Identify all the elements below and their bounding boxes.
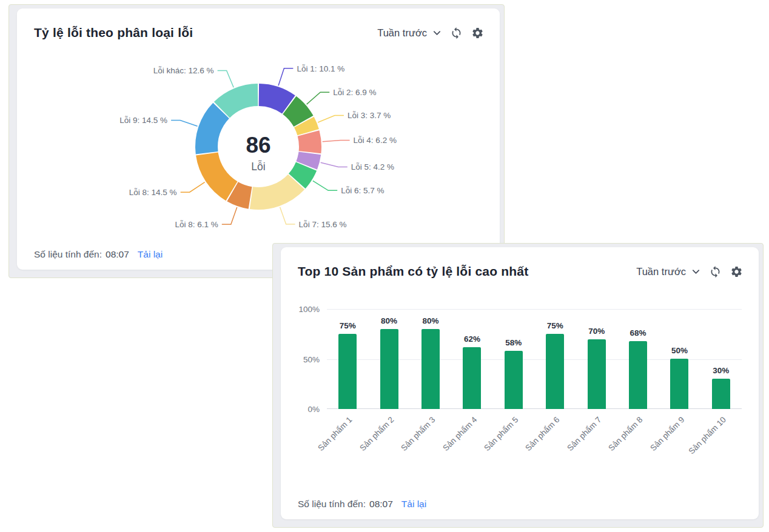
- refresh-button[interactable]: [450, 27, 463, 39]
- bar-column: 80%: [410, 309, 451, 409]
- bar-column: 68%: [617, 309, 659, 409]
- refresh-icon: [450, 27, 463, 39]
- segment-label: Lỗi 8: 6.1 %: [175, 220, 218, 229]
- bar-value-label: 30%: [713, 366, 729, 375]
- period-select[interactable]: Tuần trước: [377, 27, 442, 39]
- donut-segment[interactable]: [196, 152, 237, 201]
- x-axis-column: Sản phẩm 8: [617, 409, 659, 471]
- chevron-down-icon: [691, 267, 700, 276]
- x-axis-column: Sản phẩm 9: [659, 409, 700, 471]
- bar-column: 30%: [700, 309, 742, 409]
- card-title: Tỷ lệ lỗi theo phân loại lỗi: [34, 25, 193, 40]
- donut-card: Tỷ lệ lỗi theo phân loại lỗi Tuần trước: [17, 8, 500, 270]
- segment-label: Lỗi 6: 5.7 %: [341, 186, 384, 195]
- bar[interactable]: [505, 351, 523, 409]
- segment-label: Lỗi 9: 14.5 %: [119, 116, 167, 125]
- donut-card-header: Tỷ lệ lỗi theo phân loại lỗi Tuần trước: [17, 8, 500, 40]
- y-tick-100: 100%: [298, 305, 320, 314]
- bar[interactable]: [546, 334, 564, 409]
- donut-center-value: 86: [246, 133, 270, 158]
- bar-card-header: Top 10 Sản phẩm có tỷ lệ lỗi cao nhất Tu…: [281, 247, 759, 279]
- x-axis: Sản phẩm 1Sản phẩm 2Sản phẩm 3Sản phẩm 4…: [281, 409, 759, 471]
- card-controls: Tuần trước: [636, 265, 743, 278]
- x-axis-label: Sản phẩm 1: [317, 415, 354, 453]
- segment-label: Lỗi 5: 4.2 %: [351, 162, 394, 171]
- y-tick-50: 50%: [303, 354, 320, 364]
- bar-card: Top 10 Sản phẩm có tỷ lệ lỗi cao nhất Tu…: [281, 247, 759, 519]
- segment-leader-line: [181, 182, 205, 193]
- bar-value-label: 75%: [340, 321, 356, 330]
- footer-updated-time: 08:07: [369, 499, 393, 510]
- reload-link[interactable]: Tải lại: [138, 249, 163, 260]
- period-select[interactable]: Tuần trước: [636, 266, 700, 278]
- bar[interactable]: [670, 359, 688, 409]
- segment-label: Lỗi 7: 15.6 %: [299, 220, 347, 229]
- settings-button[interactable]: [730, 265, 743, 278]
- bar[interactable]: [421, 329, 440, 409]
- segment-leader-line: [307, 92, 330, 104]
- bar[interactable]: [463, 347, 481, 409]
- segment-label: Lỗi 1: 10.1 %: [297, 64, 344, 73]
- x-axis-column: Sản phẩm 1: [327, 409, 368, 471]
- x-axis-column: Sản phẩm 10: [700, 409, 742, 471]
- bar-chart: 100% 50% 0% 75%80%80%62%58%75%70%68%50%3…: [281, 309, 759, 409]
- bar-column: 50%: [659, 309, 700, 409]
- x-axis-column: Sản phẩm 5: [493, 409, 534, 471]
- x-axis-column: Sản phẩm 6: [534, 409, 576, 471]
- bar-column: 58%: [493, 309, 534, 409]
- segment-label: Lỗi 8: 14.5 %: [129, 188, 177, 197]
- segment-label: Lỗi khác: 12.6 %: [153, 66, 214, 75]
- reload-link[interactable]: Tải lại: [401, 499, 426, 510]
- settings-button[interactable]: [471, 27, 484, 39]
- segment-label: Lỗi 3: 3.7 %: [348, 111, 391, 120]
- bar-value-label: 62%: [464, 334, 480, 344]
- segment-leader-line: [222, 207, 237, 224]
- y-tick-0: 0%: [307, 405, 320, 414]
- x-axis-column: Sản phẩm 7: [576, 409, 617, 471]
- bar-column: 80%: [368, 309, 409, 409]
- period-select-value: Tuần trước: [377, 27, 427, 39]
- bar-value-label: 70%: [588, 327, 605, 336]
- segment-leader-line: [318, 116, 344, 122]
- bar[interactable]: [380, 329, 398, 409]
- bar[interactable]: [629, 341, 647, 409]
- x-axis-column: Sản phẩm 4: [451, 409, 492, 471]
- bar-widget-frame: Top 10 Sản phẩm có tỷ lệ lỗi cao nhất Tu…: [272, 243, 764, 528]
- refresh-button[interactable]: [709, 265, 722, 278]
- x-axis-column: Sản phẩm 3: [410, 409, 451, 471]
- segment-leader-line: [278, 68, 293, 86]
- segment-leader-line: [218, 71, 234, 88]
- bar-value-label: 58%: [505, 338, 522, 347]
- footer-updated-label: Số liệu tính đến:: [298, 499, 366, 510]
- y-axis: 100% 50% 0%: [298, 309, 327, 409]
- bar-value-label: 80%: [423, 316, 439, 325]
- period-select-value: Tuần trước: [636, 266, 686, 278]
- bar[interactable]: [338, 334, 357, 409]
- donut-chart: Lỗi 1: 10.1 %Lỗi 2: 6.9 %Lỗi 3: 3.7 %Lỗi…: [28, 48, 489, 240]
- gear-icon: [730, 265, 743, 278]
- plot-area: 75%80%80%62%58%75%70%68%50%30%: [327, 309, 742, 409]
- bar-column: 70%: [576, 309, 617, 409]
- segment-leader-line: [321, 162, 348, 167]
- gear-icon: [471, 27, 484, 39]
- card-title: Top 10 Sản phẩm có tỷ lệ lỗi cao nhất: [298, 264, 528, 279]
- donut-center-label: Lỗi: [251, 160, 265, 173]
- bar[interactable]: [588, 339, 606, 409]
- refresh-icon: [709, 265, 722, 278]
- bar-column: 75%: [534, 309, 576, 409]
- bar-value-label: 80%: [381, 316, 397, 325]
- bar[interactable]: [712, 379, 730, 409]
- bar-value-label: 75%: [547, 321, 563, 330]
- x-axis-column: Sản phẩm 2: [368, 409, 409, 471]
- segment-leader-line: [171, 121, 197, 127]
- bar-column: 75%: [327, 309, 368, 409]
- donut-widget-frame: Tỷ lệ lỗi theo phân loại lỗi Tuần trước: [8, 4, 505, 278]
- donut-card-footer: Số liệu tính đến: 08:07 Tải lại: [34, 249, 163, 260]
- chevron-down-icon: [432, 28, 442, 38]
- segment-leader-line: [313, 181, 337, 190]
- segment-leader-line: [280, 207, 295, 224]
- segment-leader-line: [323, 141, 350, 142]
- segment-label: Lỗi 4: 6.2 %: [354, 136, 397, 145]
- bars-group: 75%80%80%62%58%75%70%68%50%30%: [327, 309, 742, 409]
- segment-label: Lỗi 2: 6.9 %: [333, 88, 376, 97]
